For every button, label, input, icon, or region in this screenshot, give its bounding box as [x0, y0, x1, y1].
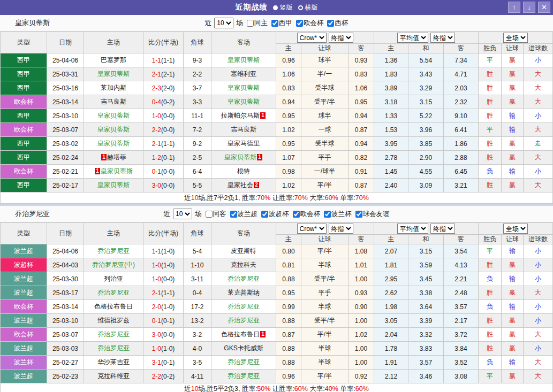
home-team: 1赫塔菲 [84, 151, 143, 165]
bookmaker-select[interactable]: Crow* [297, 224, 327, 234]
home-team: 乔治罗尼亚 [84, 244, 143, 258]
same-venue-filter[interactable]: 同客 [203, 210, 226, 219]
league-filter-2-checkbox[interactable] [327, 20, 334, 27]
league-badge: 波兰超 [1, 342, 47, 356]
avg-away: 6.41 [444, 123, 479, 137]
result-goals: 走 [524, 137, 553, 151]
avg-time-select[interactable]: 终指 [430, 33, 455, 43]
league-filter-3-checkbox[interactable] [324, 211, 331, 218]
avg-draw: 3.15 [408, 244, 444, 258]
home-team-name: 皇家贝蒂斯 [97, 181, 130, 189]
league-filter-2[interactable]: 欧会杯 [291, 210, 321, 219]
match-count-select[interactable]: 10 [173, 209, 192, 219]
home-team-name: 列治亚 [104, 275, 123, 282]
close-button[interactable]: ✕ [538, 2, 550, 13]
corner-score: 3-7 [184, 81, 211, 95]
team-section: 乔治罗尼亚 近10场同客波兰超波超杯欧会杯波兰杯球会友谊 类型 日期 主场 比分… [0, 206, 553, 392]
radio-selected-icon [273, 5, 278, 10]
odds-away: 0.92 [349, 370, 374, 383]
result-goals: 小 [524, 109, 553, 123]
corner-score: 17-2 [184, 300, 211, 314]
result-outcome: 胜 [479, 151, 502, 165]
corner-score: 2-5 [184, 151, 211, 165]
home-team: 皇家贝蒂斯 [84, 67, 143, 81]
league-filter-0[interactable]: 波兰超 [228, 210, 258, 219]
match-count-select[interactable]: 10 [214, 18, 233, 28]
league-filter-1-checkbox[interactable] [261, 211, 268, 218]
halftime-score: (1-0) [161, 303, 175, 311]
same-venue-filter[interactable]: 同主 [245, 19, 268, 28]
league-filter-1-checkbox[interactable] [296, 20, 303, 27]
scope-select[interactable]: 全场 [503, 33, 528, 43]
filters: 近10场同主西甲欧会杯西杯 [205, 18, 349, 28]
corner-score: 3-2 [184, 328, 211, 342]
scope-select[interactable]: 全场 [503, 224, 528, 234]
col-date: 日期 [47, 32, 84, 53]
move-up-button[interactable]: ↑ [508, 2, 520, 13]
odds-home: 1.02 [276, 179, 301, 193]
result-outcome: 胜 [479, 314, 502, 328]
league-filter-0-checkbox[interactable] [271, 20, 278, 27]
away-team: 皇家贝蒂斯 [211, 53, 276, 67]
view-option-horizontal[interactable]: 横版 [298, 3, 318, 12]
league-filter-1[interactable]: 波超杯 [259, 210, 289, 219]
avg-time-select[interactable]: 终指 [430, 224, 455, 234]
avg-home: 3.95 [374, 137, 408, 151]
avg-home: 2.78 [374, 151, 408, 165]
move-down-button[interactable]: ↓ [523, 2, 535, 13]
result-handicap: 输 [502, 244, 524, 258]
halftime-score: (0-1) [161, 317, 175, 325]
away-team-name: 色格拉布鲁日 [221, 330, 260, 338]
bookmaker-select[interactable]: Crow* [297, 33, 327, 43]
away-team: 克拉科夫 [211, 258, 276, 272]
score: 1-0(1-0) [143, 258, 184, 272]
result-outcome: 平 [479, 244, 502, 258]
match-date: 25-04-06 [47, 53, 84, 67]
corner-score: 6-4 [184, 165, 211, 179]
result-goals: 大 [524, 81, 553, 95]
avg-select[interactable]: 平均值 [397, 33, 428, 43]
away-team: 根特 [211, 165, 276, 179]
league-filter-0[interactable]: 西甲 [269, 19, 292, 28]
away-team-name: 乔治罗尼亚 [228, 372, 260, 380]
home-team-name: 莱加内斯 [101, 84, 126, 91]
league-filter-4[interactable]: 球会友谊 [353, 210, 390, 219]
summary-label: 近 [184, 385, 191, 392]
halftime-score: (0-0) [161, 112, 175, 120]
home-team-name: 吉马良斯 [101, 98, 126, 105]
summary-value: 70% [355, 194, 369, 202]
view-option-vertical[interactable]: 竖版 [273, 3, 293, 12]
odds-away: 0.91 [349, 165, 374, 179]
odds-handicap: 球半 [301, 109, 349, 123]
odds-time-select[interactable]: 终指 [329, 224, 353, 234]
result-goals: 小 [524, 314, 553, 328]
odds-time-select[interactable]: 终指 [329, 33, 353, 43]
subcol-avg-draw: 和 [408, 44, 444, 53]
league-filter-4-checkbox[interactable] [355, 211, 362, 218]
avg-home: 2.04 [374, 328, 408, 342]
result-goals: 大 [524, 95, 553, 109]
result-goals: 大 [524, 179, 553, 193]
same-venue-filter-checkbox[interactable] [247, 20, 254, 27]
odds-home: 1.07 [276, 151, 301, 165]
same-venue-filter-label: 同客 [213, 210, 226, 219]
league-filter-0-checkbox[interactable] [230, 211, 237, 218]
league-filter-2-checkbox[interactable] [293, 211, 300, 218]
result-goals: 大 [524, 123, 553, 137]
league-filter-1[interactable]: 欧会杯 [294, 19, 324, 28]
same-venue-filter-checkbox[interactable] [206, 211, 213, 218]
away-team: 皇家社会2 [211, 179, 276, 193]
avg-select[interactable]: 平均值 [397, 224, 428, 234]
result-goals: 小 [524, 272, 553, 286]
result-outcome: 胜 [479, 109, 502, 123]
odds-handicap: 平手 [301, 151, 349, 165]
result-handicap: 输 [502, 356, 524, 370]
home-team-name: 乔治罗尼亚 [97, 344, 130, 352]
result-outcome: 胜 [479, 328, 502, 342]
away-team: GKS卡托威斯 [211, 342, 276, 356]
league-filter-2[interactable]: 西杯 [325, 19, 348, 28]
league-filter-3[interactable]: 波兰杯 [322, 210, 352, 219]
avg-away: 2.32 [444, 95, 479, 109]
col-away: 客场 [211, 32, 276, 53]
score: 0-1(0-0) [143, 165, 184, 179]
